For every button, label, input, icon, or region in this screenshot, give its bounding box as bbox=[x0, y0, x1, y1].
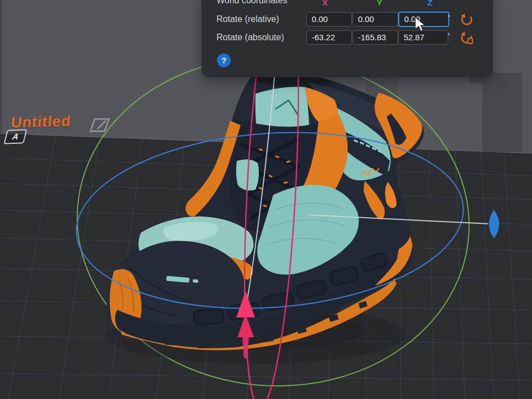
rotate-absolute-x-input[interactable]: -63.22 bbox=[306, 30, 352, 45]
axis-label-y: Y bbox=[377, 0, 382, 7]
rotate-absolute-y-input[interactable]: -165.83 bbox=[352, 30, 398, 45]
panel-title: World coordinates bbox=[216, 0, 287, 6]
rotate-relative-label: Rotate (relative) bbox=[216, 14, 279, 24]
edit-project-name-icon[interactable] bbox=[87, 116, 112, 134]
project-name-label: Untitled bbox=[10, 113, 72, 132]
reset-relative-rotation-button[interactable] bbox=[460, 13, 474, 26]
reset-absolute-rotation-button[interactable] bbox=[460, 31, 474, 45]
rotate-relative-x-input[interactable]: 0.00 bbox=[306, 12, 352, 26]
rotate-absolute-label: Rotate (absolute) bbox=[216, 33, 284, 42]
degree-unit: ° bbox=[447, 31, 450, 40]
mouse-cursor bbox=[414, 17, 427, 33]
application-window: Untitled A World coordinates X Y Z Rotat… bbox=[0, 0, 532, 399]
degree-unit: ° bbox=[447, 13, 450, 22]
help-icon[interactable]: ? bbox=[217, 53, 231, 67]
axis-label-x: X bbox=[322, 0, 328, 7]
rotate-panel: World coordinates X Y Z Rotate (relative… bbox=[202, 0, 493, 77]
axis-label-z: Z bbox=[427, 0, 432, 7]
plate-badge[interactable]: A bbox=[4, 129, 28, 144]
rotate-relative-y-input[interactable]: 0.00 bbox=[352, 12, 398, 26]
